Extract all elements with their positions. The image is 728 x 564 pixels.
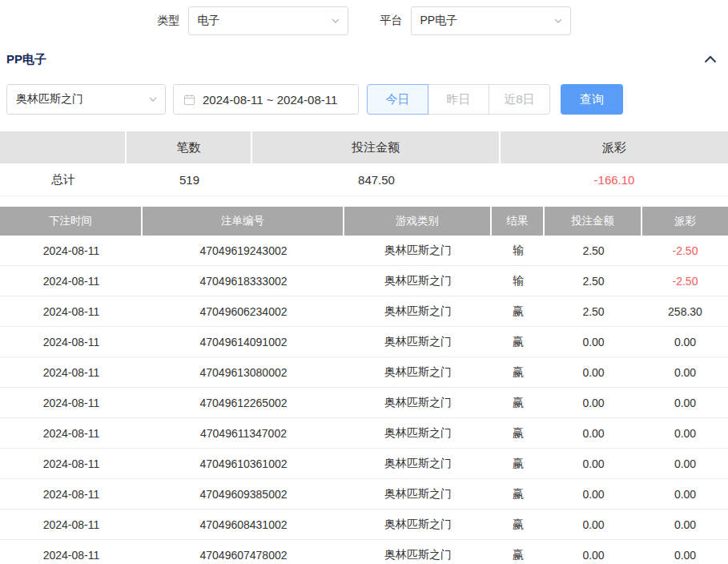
cell-bet-time: 2024-08-11	[0, 236, 143, 266]
chevron-up-icon[interactable]	[704, 55, 717, 63]
cell-bet-id: 47049614091002	[143, 327, 344, 357]
game-select[interactable]: 奥林匹斯之门	[6, 84, 166, 115]
cell-bet-amount: 2.50	[545, 266, 642, 296]
cell-bet-time: 2024-08-11	[0, 296, 143, 327]
quick-date-group: 今日 昨日 近8日	[367, 84, 550, 115]
query-button[interactable]: 查询	[561, 84, 623, 115]
header-game-type: 游戏类别	[344, 207, 492, 236]
header-bet-id: 注单编号	[143, 207, 344, 236]
summary-total-row: 总计 519 847.50 -166.10	[0, 163, 728, 196]
table-row: 2024-08-1147049608431002奥林匹斯之门赢0.000.00	[0, 510, 728, 540]
table-row: 2024-08-1147049613080002奥林匹斯之门赢0.000.00	[0, 357, 728, 388]
table-row: 2024-08-1147049606234002奥林匹斯之门赢2.50258.3…	[0, 296, 728, 327]
summary-payout-value: -166.10	[501, 163, 728, 196]
quick-button-last8days[interactable]: 近8日	[489, 84, 550, 115]
platform-select[interactable]: PP电子	[411, 6, 571, 35]
table-row: 2024-08-1147049618333002奥林匹斯之门输2.50-2.50	[0, 266, 728, 296]
cell-game-type: 奥林匹斯之门	[344, 388, 492, 418]
summary-header-payout: 派彩	[501, 131, 728, 163]
cell-bet-id: 47049609385002	[143, 479, 344, 510]
cell-game-type: 奥林匹斯之门	[344, 236, 492, 266]
cell-game-type: 奥林匹斯之门	[344, 479, 492, 510]
quick-button-today[interactable]: 今日	[367, 84, 428, 115]
header-bet-time: 下注时间	[0, 207, 143, 236]
calendar-icon	[183, 94, 195, 106]
type-select[interactable]: 电子	[188, 6, 348, 35]
cell-bet-time: 2024-08-11	[0, 418, 143, 449]
cell-payout: 0.00	[642, 388, 728, 418]
cell-game-type: 奥林匹斯之门	[344, 327, 492, 357]
cell-bet-amount: 0.00	[545, 388, 642, 418]
cell-bet-id: 47049613080002	[143, 357, 344, 388]
cell-game-type: 奥林匹斯之门	[344, 357, 492, 388]
header-bet-amount: 投注金额	[545, 207, 642, 236]
summary-header-count: 笔数	[127, 131, 252, 163]
cell-bet-time: 2024-08-11	[0, 449, 143, 479]
cell-payout: 0.00	[642, 327, 728, 357]
cell-result: 赢	[492, 510, 545, 540]
cell-game-type: 奥林匹斯之门	[344, 418, 492, 449]
cell-bet-amount: 0.00	[545, 449, 642, 479]
game-select-value: 奥林匹斯之门	[16, 92, 83, 107]
cell-bet-id: 47049607478002	[143, 540, 344, 564]
cell-game-type: 奥林匹斯之门	[344, 449, 492, 479]
cell-result: 赢	[492, 449, 545, 479]
date-range-picker[interactable]: 2024-08-11 ~ 2024-08-11	[173, 84, 359, 115]
cell-bet-id: 47049606234002	[143, 296, 344, 327]
table-row: 2024-08-1147049612265002奥林匹斯之门赢0.000.00	[0, 388, 728, 418]
table-row: 2024-08-1147049611347002奥林匹斯之门赢0.000.00	[0, 418, 728, 449]
chevron-down-icon	[554, 18, 562, 23]
cell-bet-amount: 2.50	[545, 296, 642, 327]
cell-bet-id: 47049610361002	[143, 449, 344, 479]
cell-payout: -2.50	[642, 236, 728, 266]
cell-payout: -2.50	[642, 266, 728, 296]
cell-bet-id: 47049608431002	[143, 510, 344, 540]
type-label: 类型	[158, 14, 180, 28]
cell-bet-time: 2024-08-11	[0, 357, 143, 388]
header-result: 结果	[492, 207, 545, 236]
cell-bet-time: 2024-08-11	[0, 479, 143, 510]
date-range-value: 2024-08-11 ~ 2024-08-11	[203, 93, 337, 107]
cell-bet-id: 47049612265002	[143, 388, 344, 418]
cell-bet-id: 47049611347002	[143, 418, 344, 449]
cell-result: 赢	[492, 357, 545, 388]
type-select-value: 电子	[198, 14, 220, 28]
cell-game-type: 奥林匹斯之门	[344, 510, 492, 540]
cell-bet-amount: 2.50	[545, 236, 642, 266]
cell-payout: 258.30	[642, 296, 728, 327]
platform-label: 平台	[380, 14, 403, 28]
chevron-down-icon	[332, 18, 340, 23]
cell-game-type: 奥林匹斯之门	[344, 540, 492, 564]
summary-header-bet-amount: 投注金额	[252, 131, 501, 163]
table-row: 2024-08-1147049607478002奥林匹斯之门赢0.000.00	[0, 540, 728, 564]
cell-bet-id: 47049619243002	[143, 236, 344, 266]
table-row: 2024-08-1147049609385002奥林匹斯之门赢0.000.00	[0, 479, 728, 510]
cell-game-type: 奥林匹斯之门	[344, 296, 492, 327]
table-row: 2024-08-1147049619243002奥林匹斯之门输2.50-2.50	[0, 236, 728, 266]
cell-result: 赢	[492, 327, 545, 357]
cell-payout: 0.00	[642, 449, 728, 479]
cell-result: 赢	[492, 479, 545, 510]
summary-total-label: 总计	[0, 163, 127, 196]
table-header-row: 下注时间 注单编号 游戏类别 结果 投注金额 派彩	[0, 207, 728, 236]
cell-bet-time: 2024-08-11	[0, 266, 143, 296]
cell-bet-id: 47049618333002	[143, 266, 344, 296]
header-payout: 派彩	[642, 207, 728, 236]
cell-bet-amount: 0.00	[545, 418, 642, 449]
cell-payout: 0.00	[642, 418, 728, 449]
summary-table: 笔数 投注金额 派彩 总计 519 847.50 -166.10	[0, 131, 728, 196]
cell-bet-time: 2024-08-11	[0, 510, 143, 540]
cell-result: 输	[492, 266, 545, 296]
section-header: PP电子	[0, 51, 728, 67]
cell-result: 输	[492, 236, 545, 266]
quick-button-yesterday[interactable]: 昨日	[428, 84, 489, 115]
section-title: PP电子	[6, 52, 46, 67]
cell-bet-amount: 0.00	[545, 327, 642, 357]
cell-payout: 0.00	[642, 357, 728, 388]
cell-bet-time: 2024-08-11	[0, 327, 143, 357]
cell-game-type: 奥林匹斯之门	[344, 266, 492, 296]
cell-payout: 0.00	[642, 479, 728, 510]
cell-bet-time: 2024-08-11	[0, 540, 143, 564]
table-row: 2024-08-1147049610361002奥林匹斯之门赢0.000.00	[0, 449, 728, 479]
cell-bet-amount: 0.00	[545, 510, 642, 540]
